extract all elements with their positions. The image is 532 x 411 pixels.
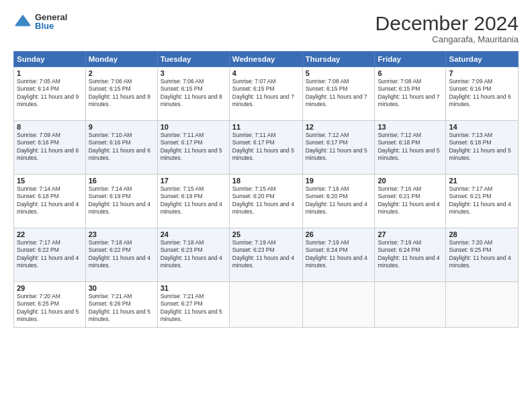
day-number: 24 [161,230,226,238]
day-info: Sunrise: 7:10 AMSunset: 6:16 PMDaylight:… [89,132,150,161]
day-number: 6 [378,69,443,77]
day-number: 26 [306,230,372,238]
day-number: 1 [17,69,83,77]
calendar-table: Sunday Monday Tuesday Wednesday Thursday… [13,51,519,328]
calendar-cell: 4 Sunrise: 7:07 AMSunset: 6:15 PMDayligh… [229,67,302,121]
day-number: 12 [306,123,372,131]
day-number: 29 [17,284,83,292]
day-info: Sunrise: 7:20 AMSunset: 6:25 PMDaylight:… [449,239,511,269]
day-number: 10 [161,123,226,131]
calendar-cell [446,282,519,328]
day-number: 11 [232,123,300,131]
logo-text: General Blue [35,13,67,30]
calendar-cell [229,282,302,328]
header-thursday: Thursday [302,52,375,67]
day-info: Sunrise: 7:11 AMSunset: 6:17 PMDaylight:… [232,132,294,161]
calendar-cell: 12 Sunrise: 7:12 AMSunset: 6:17 PMDaylig… [302,121,375,175]
page: General Blue December 2024 Cangarafa, Ma… [0,0,532,411]
logo: General Blue [13,12,67,31]
calendar-cell: 18 Sunrise: 7:15 AMSunset: 6:20 PMDaylig… [229,175,302,228]
day-number: 8 [17,123,83,131]
calendar-cell: 23 Sunrise: 7:18 AMSunset: 6:22 PMDaylig… [85,228,157,282]
calendar-cell: 28 Sunrise: 7:20 AMSunset: 6:25 PMDaylig… [446,228,519,282]
day-info: Sunrise: 7:17 AMSunset: 6:21 PMDaylight:… [449,185,511,215]
calendar-cell: 29 Sunrise: 7:20 AMSunset: 6:25 PMDaylig… [14,282,86,328]
header-monday: Monday [85,52,157,67]
header-row: Sunday Monday Tuesday Wednesday Thursday… [14,52,519,67]
day-info: Sunrise: 7:12 AMSunset: 6:18 PMDaylight:… [378,132,439,161]
day-number: 19 [306,177,372,185]
day-info: Sunrise: 7:20 AMSunset: 6:25 PMDaylight:… [17,293,79,322]
calendar-cell: 25 Sunrise: 7:19 AMSunset: 6:23 PMDaylig… [229,228,302,282]
header-friday: Friday [375,52,446,67]
calendar-cell: 9 Sunrise: 7:10 AMSunset: 6:16 PMDayligh… [85,121,157,175]
logo-blue: Blue [35,21,67,30]
day-number: 31 [161,284,226,292]
day-info: Sunrise: 7:06 AMSunset: 6:15 PMDaylight:… [161,78,222,107]
calendar-cell: 15 Sunrise: 7:14 AMSunset: 6:18 PMDaylig… [14,175,86,228]
day-number: 5 [306,69,372,77]
calendar-cell: 24 Sunrise: 7:18 AMSunset: 6:23 PMDaylig… [157,228,229,282]
day-number: 30 [89,284,154,292]
day-number: 7 [449,69,515,77]
calendar-cell: 20 Sunrise: 7:16 AMSunset: 6:21 PMDaylig… [375,175,446,228]
calendar-cell: 8 Sunrise: 7:09 AMSunset: 6:16 PMDayligh… [14,121,86,175]
header-wednesday: Wednesday [229,52,302,67]
header-tuesday: Tuesday [157,52,229,67]
calendar-cell [375,282,446,328]
calendar-cell: 22 Sunrise: 7:17 AMSunset: 6:22 PMDaylig… [14,228,86,282]
day-info: Sunrise: 7:18 AMSunset: 6:23 PMDaylight:… [161,239,222,269]
calendar-cell: 19 Sunrise: 7:16 AMSunset: 6:20 PMDaylig… [302,175,375,228]
day-info: Sunrise: 7:14 AMSunset: 6:18 PMDaylight:… [17,185,79,215]
calendar-cell: 3 Sunrise: 7:06 AMSunset: 6:15 PMDayligh… [157,67,229,121]
calendar-cell: 13 Sunrise: 7:12 AMSunset: 6:18 PMDaylig… [375,121,446,175]
day-info: Sunrise: 7:09 AMSunset: 6:16 PMDaylight:… [17,132,79,161]
calendar-cell: 30 Sunrise: 7:21 AMSunset: 6:26 PMDaylig… [85,282,157,328]
calendar-cell: 14 Sunrise: 7:13 AMSunset: 6:18 PMDaylig… [446,121,519,175]
calendar-cell: 21 Sunrise: 7:17 AMSunset: 6:21 PMDaylig… [446,175,519,228]
calendar-cell: 1 Sunrise: 7:05 AMSunset: 6:14 PMDayligh… [14,67,86,121]
calendar-cell [302,282,375,328]
day-info: Sunrise: 7:09 AMSunset: 6:16 PMDaylight:… [449,78,511,107]
calendar-cell: 2 Sunrise: 7:06 AMSunset: 6:15 PMDayligh… [85,67,157,121]
day-number: 21 [449,177,515,185]
subtitle: Cangarafa, Mauritania [375,34,519,44]
calendar-cell: 10 Sunrise: 7:11 AMSunset: 6:17 PMDaylig… [157,121,229,175]
calendar-cell: 6 Sunrise: 7:08 AMSunset: 6:15 PMDayligh… [375,67,446,121]
calendar-cell: 11 Sunrise: 7:11 AMSunset: 6:17 PMDaylig… [229,121,302,175]
day-number: 14 [449,123,515,131]
calendar-cell: 5 Sunrise: 7:08 AMSunset: 6:15 PMDayligh… [302,67,375,121]
day-number: 16 [89,177,154,185]
day-number: 20 [378,177,443,185]
day-info: Sunrise: 7:15 AMSunset: 6:19 PMDaylight:… [161,185,222,215]
calendar-cell: 7 Sunrise: 7:09 AMSunset: 6:16 PMDayligh… [446,67,519,121]
calendar-cell: 27 Sunrise: 7:19 AMSunset: 6:24 PMDaylig… [375,228,446,282]
calendar-body: 1 Sunrise: 7:05 AMSunset: 6:14 PMDayligh… [14,67,519,328]
day-number: 9 [89,123,154,131]
day-number: 3 [161,69,226,77]
title-section: December 2024 Cangarafa, Mauritania [375,12,519,44]
day-number: 13 [378,123,443,131]
main-title: December 2024 [375,12,519,34]
day-info: Sunrise: 7:16 AMSunset: 6:20 PMDaylight:… [306,185,367,215]
day-info: Sunrise: 7:11 AMSunset: 6:17 PMDaylight:… [161,132,222,161]
day-info: Sunrise: 7:08 AMSunset: 6:15 PMDaylight:… [378,78,439,107]
day-info: Sunrise: 7:13 AMSunset: 6:18 PMDaylight:… [449,132,511,161]
day-number: 27 [378,230,443,238]
day-info: Sunrise: 7:06 AMSunset: 6:15 PMDaylight:… [89,78,150,107]
calendar-cell: 16 Sunrise: 7:14 AMSunset: 6:19 PMDaylig… [85,175,157,228]
day-info: Sunrise: 7:16 AMSunset: 6:21 PMDaylight:… [378,185,439,215]
day-info: Sunrise: 7:08 AMSunset: 6:15 PMDaylight:… [306,78,367,107]
logo-icon [13,12,32,31]
day-number: 23 [89,230,154,238]
day-info: Sunrise: 7:19 AMSunset: 6:24 PMDaylight:… [306,239,367,269]
calendar-cell: 26 Sunrise: 7:19 AMSunset: 6:24 PMDaylig… [302,228,375,282]
calendar-cell: 31 Sunrise: 7:21 AMSunset: 6:27 PMDaylig… [157,282,229,328]
header-sunday: Sunday [14,52,86,67]
day-number: 15 [17,177,83,185]
calendar-header: Sunday Monday Tuesday Wednesday Thursday… [14,52,519,67]
day-number: 17 [161,177,226,185]
day-number: 4 [232,69,300,77]
calendar-cell: 17 Sunrise: 7:15 AMSunset: 6:19 PMDaylig… [157,175,229,228]
day-info: Sunrise: 7:14 AMSunset: 6:19 PMDaylight:… [89,185,150,215]
